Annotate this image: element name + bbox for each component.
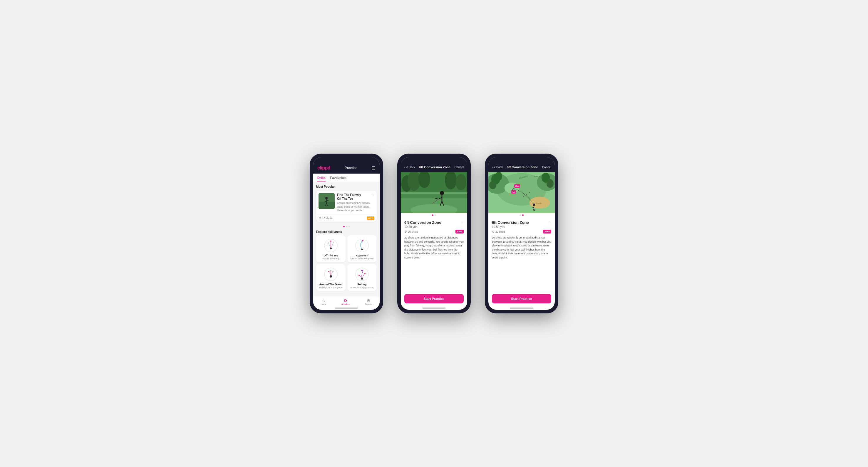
drill-photo-2 bbox=[401, 172, 467, 213]
svg-point-67 bbox=[547, 179, 554, 188]
tab-drills[interactable]: Drills bbox=[317, 174, 326, 182]
screen-2: ‹ < Back 6ft Conversion Zone Cancel bbox=[401, 157, 467, 310]
home-bar-1 bbox=[335, 307, 358, 309]
drill-header-3: ‹ < Back 6ft Conversion Zone Cancel bbox=[488, 157, 555, 172]
drill-map-3: SAND FAIRWAY ROUGH bbox=[488, 172, 555, 213]
drill-meta-2: ⏱ 20 shots ARG bbox=[404, 230, 464, 234]
drill-name-2: 6ft Conversion Zone bbox=[404, 220, 441, 225]
most-popular-title: Most Popular bbox=[316, 185, 377, 188]
drill-star-3[interactable]: ☆ bbox=[548, 220, 551, 224]
drill-clock-icon-3: ⏱ bbox=[492, 230, 495, 233]
drill-name-3: 6ft Conversion Zone bbox=[492, 220, 529, 225]
skill-approach-sub: Dial-in to hit the green bbox=[350, 257, 373, 260]
tabs-bar: Drills Favourites bbox=[313, 174, 380, 182]
drill-content-2: 6ft Conversion Zone ☆ 10-50 yds ⏱ 20 sho… bbox=[401, 218, 467, 294]
img-dot-2-3[interactable] bbox=[522, 214, 524, 216]
phone-1: clippd Practice ☰ Drills Favourites Most… bbox=[310, 154, 383, 313]
start-practice-button-3[interactable]: Start Practice bbox=[492, 294, 551, 303]
skill-around-green[interactable]: Around The Green Hone your short game bbox=[316, 264, 346, 291]
svg-text:ROUGH: ROUGH bbox=[534, 176, 540, 177]
carousel-dots bbox=[316, 225, 377, 229]
cancel-button-2[interactable]: Cancel bbox=[455, 166, 464, 169]
nav-activities[interactable]: ♻ Activities bbox=[341, 298, 350, 305]
screen-3: ‹ < Back 6ft Conversion Zone Cancel bbox=[488, 157, 555, 310]
skill-ott-label: Off The Tee bbox=[324, 254, 338, 257]
skill-atg-label: Around The Green bbox=[319, 283, 342, 286]
drill-star-2[interactable]: ☆ bbox=[460, 220, 464, 224]
skill-grid: Off The Tee Power accuracy bbox=[316, 235, 377, 291]
drill-tag-2: ARG bbox=[456, 230, 464, 234]
golf-scene-2 bbox=[401, 172, 467, 213]
dot-2[interactable] bbox=[346, 226, 347, 227]
drill-shots-3: ⏱ 20 shots bbox=[492, 230, 505, 233]
back-label-3: < Back bbox=[494, 166, 503, 169]
svg-point-15 bbox=[330, 240, 332, 242]
svg-line-37 bbox=[362, 273, 365, 278]
nav-home[interactable]: ⌂ Home bbox=[321, 298, 327, 305]
image-dots-3 bbox=[488, 213, 555, 218]
drill-content-3: 6ft Conversion Zone ☆ 10-50 yds ⏱ 20 sho… bbox=[488, 218, 555, 294]
back-label-2: < Back bbox=[406, 166, 415, 169]
svg-point-14 bbox=[330, 247, 332, 249]
drill-shots-2: ⏱ 20 shots bbox=[404, 230, 418, 233]
favourite-star-icon[interactable]: ☆ bbox=[371, 193, 374, 197]
shots-info: ⏱ 10 shots bbox=[318, 217, 332, 220]
drill-header-title-2: 6ft Conversion Zone bbox=[419, 165, 451, 169]
nav-capture[interactable]: ⊕ Capture bbox=[365, 298, 372, 305]
header-title: Practice bbox=[345, 166, 357, 170]
back-button-3[interactable]: ‹ < Back bbox=[492, 166, 503, 169]
drill-clock-icon-2: ⏱ bbox=[404, 230, 407, 233]
menu-icon[interactable]: ☰ bbox=[372, 166, 375, 170]
phone-3: ‹ < Back 6ft Conversion Zone Cancel bbox=[485, 154, 558, 313]
svg-point-82 bbox=[529, 192, 530, 193]
drill-meta-3: ⏱ 20 shots ARG bbox=[492, 230, 551, 234]
svg-line-11 bbox=[328, 242, 331, 248]
skill-off-the-tee[interactable]: Off The Tee Power accuracy bbox=[316, 235, 346, 262]
skill-putting-label: Putting bbox=[358, 283, 367, 286]
svg-line-25 bbox=[329, 272, 331, 275]
featured-card-body: Find The Fairway Off The Tee ☆ Create an… bbox=[316, 191, 377, 215]
back-button-2[interactable]: ‹ < Back bbox=[404, 166, 415, 169]
drill-tag-ott: OTT bbox=[367, 216, 374, 220]
skill-putting[interactable]: Putting Make and lag practice bbox=[347, 264, 377, 291]
drill-range-2: 10-50 yds bbox=[404, 225, 464, 229]
skill-approach[interactable]: Approach Dial-in to hit the green bbox=[347, 235, 377, 262]
skill-atg-sub: Hone your short game bbox=[319, 286, 342, 289]
img-dot-2-2[interactable] bbox=[435, 214, 436, 216]
shots-count: 10 shots bbox=[322, 217, 332, 220]
phone-notch-2 bbox=[422, 154, 446, 155]
drill-header-title-3: 6ft Conversion Zone bbox=[507, 165, 538, 169]
tab-favourites[interactable]: Favourites bbox=[330, 174, 347, 182]
nav-activities-label: Activities bbox=[341, 303, 350, 305]
featured-drill-subtitle: Off The Tee bbox=[337, 197, 361, 201]
skill-approach-label: Approach bbox=[356, 254, 368, 257]
home-icon: ⌂ bbox=[322, 298, 325, 303]
phone-notch-3 bbox=[510, 154, 533, 155]
dot-3[interactable] bbox=[348, 226, 350, 227]
svg-point-28 bbox=[332, 271, 334, 272]
svg-point-32 bbox=[361, 278, 363, 279]
activities-icon: ♻ bbox=[343, 298, 347, 303]
svg-text:Miss: Miss bbox=[515, 185, 520, 187]
svg-line-13 bbox=[331, 242, 334, 248]
cancel-button-3[interactable]: Cancel bbox=[542, 166, 551, 169]
img-dot-1-2[interactable] bbox=[432, 214, 433, 216]
nav-capture-label: Capture bbox=[365, 303, 372, 305]
img-dot-1-3[interactable] bbox=[520, 214, 521, 216]
drill-header-2: ‹ < Back 6ft Conversion Zone Cancel bbox=[401, 157, 467, 172]
screen1-content: Most Popular bbox=[313, 182, 380, 296]
svg-marker-22 bbox=[362, 240, 364, 241]
dot-1[interactable] bbox=[343, 226, 345, 227]
svg-point-45 bbox=[456, 174, 466, 190]
svg-point-33 bbox=[362, 270, 363, 271]
app-header: clippd Practice ☰ bbox=[313, 157, 380, 174]
phone-2: ‹ < Back 6ft Conversion Zone Cancel bbox=[397, 154, 471, 313]
svg-text:SAND: SAND bbox=[536, 202, 542, 204]
clock-icon: ⏱ bbox=[318, 217, 321, 220]
start-practice-button-2[interactable]: Start Practice bbox=[404, 294, 464, 303]
svg-point-64 bbox=[489, 181, 496, 189]
nav-home-label: Home bbox=[321, 303, 327, 305]
featured-drill-card[interactable]: Find The Fairway Off The Tee ☆ Create an… bbox=[316, 191, 377, 222]
app-scene: clippd Practice ☰ Drills Favourites Most… bbox=[292, 136, 576, 331]
drill-tag-3: ARG bbox=[543, 230, 551, 234]
